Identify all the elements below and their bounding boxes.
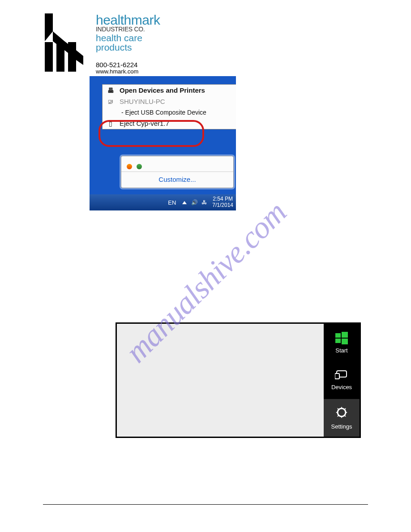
brand-title: healthmark [96,13,160,27]
brand-text-block: healthmark INDUSTRIES CO. health care pr… [96,13,160,52]
charm-devices[interactable]: Devices [324,361,360,399]
devices-icon [335,370,348,381]
document-page: healthmark INDUSTRIES CO. health care pr… [0,0,411,532]
printer-icon: 🖶 [106,87,115,94]
charm-settings[interactable]: Settings [324,399,360,437]
menu-item-eject-cyp[interactable]: ▯ Eject Cyp-ver1.7 [103,118,236,129]
menu-item-label: - Eject USB Composite Device [121,109,206,116]
taskbar-clock[interactable]: 2:54 PM 7/1/2014 [212,196,233,209]
charm-label: Devices [331,384,352,390]
svg-rect-7 [335,333,341,338]
volume-icon[interactable]: 🔊 [191,199,198,206]
tray-icon [127,164,132,169]
svg-marker-0 [45,13,53,41]
eject-context-menu: 🖶 Open Devices and Printers 🖳 SHUYINLU-P… [102,84,236,129]
svg-rect-8 [342,332,348,338]
svg-rect-1 [45,42,53,72]
show-hidden-icons-button[interactable] [182,201,187,204]
menu-item-label: SHUYINLU-PC [120,98,165,105]
charm-start[interactable]: Start [324,324,360,361]
charm-label: Start [335,347,347,354]
svg-point-15 [340,411,343,414]
start-icon [335,332,348,344]
contact-block: 800-521-6224 www.hmark.com [96,61,138,75]
charms-bar: Start Devices [324,324,360,437]
svg-marker-6 [76,50,83,65]
svg-rect-10 [342,339,348,344]
menu-item-open-devices[interactable]: 🖶 Open Devices and Printers [103,85,236,96]
clock-time: 2:54 PM [212,196,233,202]
network-icon[interactable]: 🖧 [201,199,207,206]
clock-date: 7/1/2014 [212,202,233,209]
footer-rule [43,504,368,505]
website-url: www.hmark.com [96,69,138,75]
menu-item-computer: 🖳 SHUYINLU-PC [103,96,236,107]
charm-label: Settings [331,423,352,430]
menu-item-label: Open Devices and Printers [120,86,205,94]
windows8-charms-screenshot: Start Devices [116,322,361,438]
windows7-tray-screenshot: Customize... 🖶 Open Devices and Printers… [90,76,236,210]
settings-icon [335,406,348,420]
brand-tagline: health care products [96,33,160,52]
tray-icon [137,164,142,169]
windows-taskbar: EN 🔊 🖧 2:54 PM 7/1/2014 [90,194,236,210]
tray-overflow-panel: Customize... [121,156,234,188]
svg-rect-12 [335,373,339,379]
computer-icon: 🖳 [106,98,115,105]
menu-item-eject-composite[interactable]: - Eject USB Composite Device [103,107,236,118]
tray-icons-row [121,155,233,178]
healthmark-logo-icon [43,13,88,72]
phone-number: 800-521-6224 [96,61,138,69]
drive-icon: ▯ [106,120,115,127]
svg-rect-9 [335,339,341,343]
language-indicator[interactable]: EN [168,199,176,206]
menu-item-label: Eject Cyp-ver1.7 [120,120,169,127]
